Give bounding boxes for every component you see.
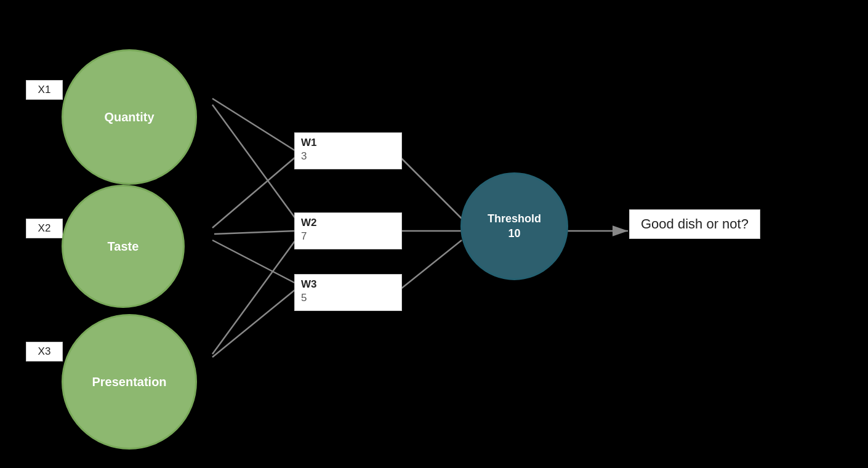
- svg-line-8: [400, 157, 462, 219]
- svg-line-10: [400, 240, 462, 289]
- svg-line-1: [212, 99, 295, 151]
- svg-line-2: [212, 105, 295, 219]
- input-label-x2: X2: [26, 219, 63, 238]
- diagram: X1 X2 X3 Quantity Taste Presentation W1 …: [0, 0, 868, 468]
- svg-line-6: [212, 240, 295, 354]
- circle-quantity: Quantity: [62, 49, 197, 185]
- svg-line-7: [212, 289, 295, 357]
- circle-taste: Taste: [62, 185, 185, 308]
- input-label-x1: X1: [26, 80, 63, 100]
- circle-presentation: Presentation: [62, 314, 197, 450]
- weight-box-w1: W1 3: [294, 132, 402, 169]
- circle-threshold: Threshold 10: [460, 172, 568, 280]
- input-label-x3: X3: [26, 342, 63, 361]
- output-label: Good dish or not?: [629, 209, 760, 239]
- weight-box-w3: W3 5: [294, 274, 402, 311]
- svg-line-4: [214, 231, 294, 234]
- weight-box-w2: W2 7: [294, 212, 402, 249]
- svg-line-5: [212, 240, 295, 283]
- svg-line-3: [212, 157, 295, 228]
